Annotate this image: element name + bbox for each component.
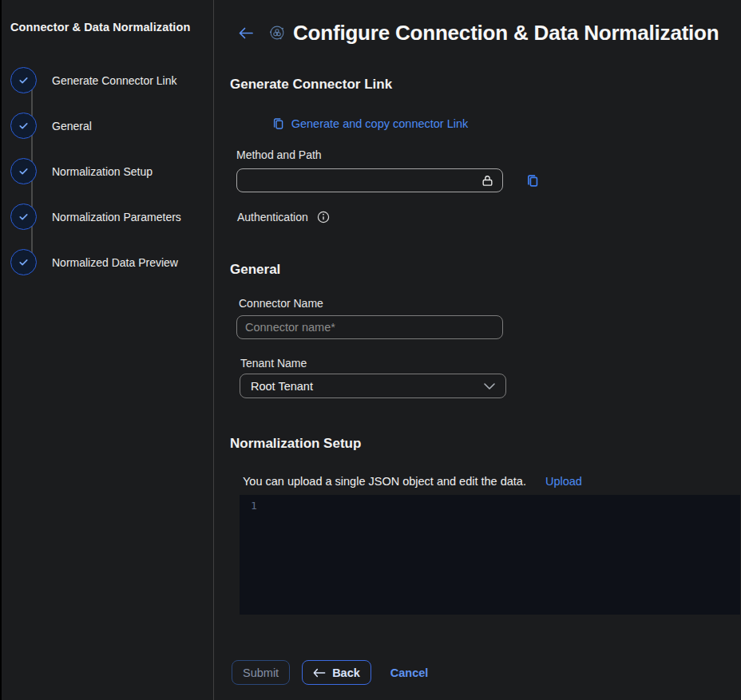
step-label: General [52,120,92,132]
method-and-path-input[interactable] [245,174,481,187]
step-general[interactable]: General [10,113,205,139]
upload-link[interactable]: Upload [545,475,582,488]
step-completed-icon [10,204,37,230]
editor-content[interactable] [267,495,740,615]
submit-button[interactable]: Submit [232,660,290,685]
checkmark-icon [18,165,30,177]
general-section-heading: General [230,261,741,278]
checkmark-icon [18,120,30,132]
generate-section-heading: Generate Connector Link [230,76,741,93]
copy-icon [525,174,539,188]
left-arrow-icon [238,26,256,40]
step-label: Normalization Parameters [52,211,181,223]
generate-link-row: Generate and copy connector Link [236,117,503,130]
authentication-row: Authentication [237,209,741,225]
configure-connection-page: Connector & Data Normalization Generate … [0,0,741,700]
footer-actions: Submit Back Cancel [232,660,741,685]
checkmark-icon [18,211,30,223]
upload-row: You can upload a single JSON object and … [243,474,741,488]
page-title: Configure Connection & Data Normalizatio… [293,21,719,45]
back-arrow-button[interactable] [236,25,258,42]
tenant-name-label: Tenant Name [240,356,741,370]
connector-app-icon [268,24,286,42]
page-header: Configure Connection & Data Normalizatio… [230,19,741,46]
step-label: Normalization Setup [52,165,153,178]
method-and-path-row [236,168,741,192]
copy-icon [271,117,284,130]
back-button-label: Back [332,666,360,679]
generate-and-copy-link-label: Generate and copy connector Link [291,117,469,130]
step-normalization-setup[interactable]: Normalization Setup [10,158,205,184]
connector-name-label: Connector Name [239,296,741,310]
step-label: Generate Connector Link [52,74,176,87]
normalization-section-heading: Normalization Setup [230,435,741,452]
info-icon[interactable] [317,211,330,223]
step-completed-icon [10,113,37,139]
generate-and-copy-link[interactable]: Generate and copy connector Link [271,117,469,130]
stepper-sidebar: Connector & Data Normalization Generate … [0,0,214,700]
connector-name-input[interactable] [245,321,494,334]
step-label: Normalized Data Preview [52,256,178,269]
window-left-edge [0,0,2,700]
authentication-label: Authentication [237,210,308,224]
step-normalization-parameters[interactable]: Normalization Parameters [10,204,205,230]
json-editor[interactable]: 1 [240,495,740,615]
left-arrow-icon [313,668,326,678]
lock-icon [481,174,494,188]
editor-line-number: 1 [240,495,267,615]
step-completed-icon [10,249,37,275]
chevron-down-icon [484,383,495,390]
back-button[interactable]: Back [302,660,371,685]
tenant-name-selected-value: Root Tenant [251,380,313,393]
checkmark-icon [18,256,30,268]
upload-hint-text: You can upload a single JSON object and … [243,475,526,488]
step-completed-icon [10,67,37,93]
checkmark-icon [18,74,30,86]
method-and-path-label: Method and Path [236,148,741,162]
connector-name-field [236,315,503,339]
tenant-name-select[interactable]: Root Tenant [240,374,506,398]
copy-method-path-button[interactable] [524,172,541,189]
step-completed-icon [10,158,37,184]
cancel-link[interactable]: Cancel [390,666,429,679]
sidebar-title: Connector & Data Normalization [10,21,205,34]
main-content: Configure Connection & Data Normalizatio… [214,0,741,700]
step-normalized-data-preview[interactable]: Normalized Data Preview [10,249,205,275]
wizard-stepper: Generate Connector Link General Normaliz… [10,67,205,275]
method-and-path-field [236,168,503,192]
step-generate-connector-link[interactable]: Generate Connector Link [10,67,205,93]
